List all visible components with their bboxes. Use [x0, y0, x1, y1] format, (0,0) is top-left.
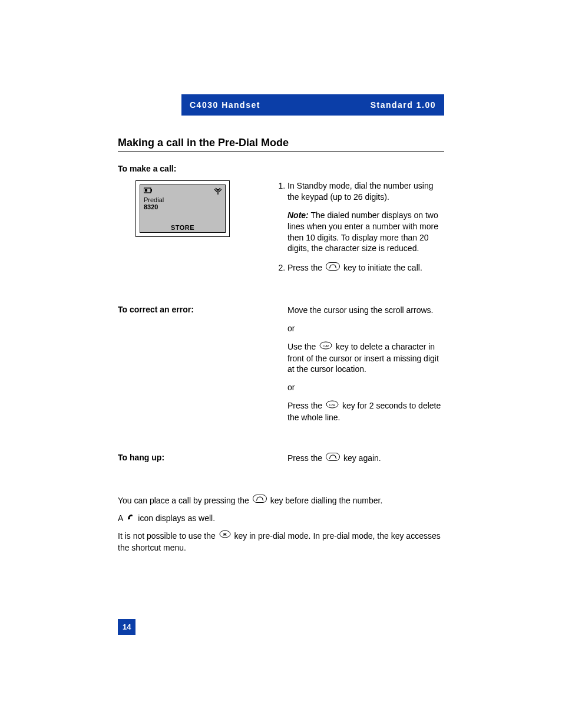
page-title: Making a call in the Pre-Dial Mode — [118, 137, 444, 149]
svg-rect-9 — [253, 495, 266, 503]
steps-col: In Standby mode, dial the number using t… — [271, 180, 444, 282]
device-softkey-store: STORE — [140, 224, 225, 231]
device-line-number: 8320 — [144, 203, 222, 210]
device-screen: Predial 8320 STORE — [140, 185, 226, 233]
correct-or-1: or — [287, 323, 444, 334]
footer-para-3: It is not possible to use the R key in p… — [118, 531, 444, 554]
svg-rect-8 — [326, 453, 340, 460]
step-2-pre: Press the — [287, 263, 322, 272]
svg-text:R: R — [223, 532, 227, 537]
hangup-text: Press the key again. — [287, 453, 444, 465]
battery-icon — [144, 187, 153, 196]
page-number: 14 — [118, 619, 135, 635]
call-key-icon — [326, 453, 340, 464]
row-make-call: Predial 8320 STORE In Standby mode, dial… — [118, 180, 444, 282]
step-2: Press the key to initiate the call. — [287, 262, 444, 274]
device-line-predial: Predial — [144, 196, 222, 203]
document-page: C4030 Handset Standard 1.00 Making a cal… — [0, 0, 562, 728]
device-illustration-col: Predial 8320 STORE — [118, 180, 271, 237]
page-header: C4030 Handset Standard 1.00 — [181, 94, 444, 116]
note-label: Note: — [287, 210, 309, 220]
device-screen-frame: Predial 8320 STORE — [135, 180, 230, 237]
step-2-post: key to initiate the call. — [343, 263, 422, 272]
header-left: C4030 Handset — [190, 100, 260, 110]
clr-key-icon: C/R — [326, 400, 339, 411]
svg-text:C/R: C/R — [329, 403, 336, 407]
antenna-icon — [214, 187, 222, 196]
step-1-text: In Standby mode, dial the number using t… — [287, 181, 434, 202]
footer-para-2: A icon displays as well. — [118, 513, 444, 525]
correct-para-3: Press the C/R key for 2 seconds to delet… — [287, 400, 444, 423]
svg-rect-2 — [145, 189, 147, 192]
svg-rect-1 — [151, 189, 152, 192]
call-key-icon — [253, 495, 267, 506]
correct-or-2: or — [287, 382, 444, 393]
step-1: In Standby mode, dial the number using t… — [287, 180, 444, 254]
subheading-correct-error: To correct an error: — [118, 305, 271, 314]
title-rule — [118, 151, 444, 152]
subheading-hang-up: To hang up: — [118, 453, 271, 462]
note-text: The dialed number displays on two lines … — [287, 210, 438, 253]
row-correct-error: To correct an error: Move the cursor usi… — [118, 305, 444, 430]
correct-para-2: Use the C/R key to delete a character in… — [287, 341, 444, 375]
off-hook-icon — [126, 513, 134, 525]
r-key-icon: R — [219, 530, 231, 542]
header-right: Standard 1.00 — [371, 100, 436, 110]
correct-para-1: Move the cursor using the scroll arrows. — [287, 305, 444, 316]
clr-key-icon: C/R — [319, 341, 332, 353]
svg-rect-3 — [326, 263, 340, 271]
row-hang-up: To hang up: Press the key again. — [118, 453, 444, 472]
call-key-icon — [326, 262, 340, 274]
footer-para-1: You can place a call by pressing the key… — [118, 495, 444, 507]
subheading-make-call: To make a call: — [118, 164, 444, 173]
svg-text:C/R: C/R — [323, 344, 329, 347]
